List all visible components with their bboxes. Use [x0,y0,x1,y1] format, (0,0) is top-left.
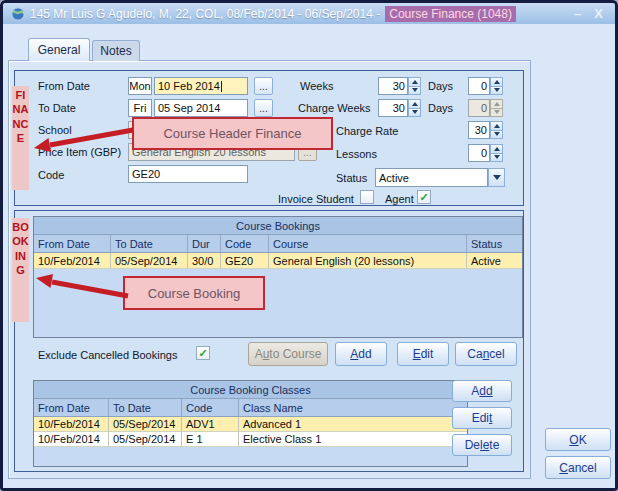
lessons-label: Lessons [336,148,377,160]
ok-button[interactable]: OK [545,428,611,451]
charge-days-label: Days [428,102,453,114]
cell-course: General English (20 lessons) [269,253,467,269]
window-title-chip: Course Finance (1048) [385,6,516,22]
course-bookings-table: Course Bookings From Date To Date Dur Co… [33,216,523,338]
window-title: 145 Mr Luis G Agudelo, M, 22, COL, 08/Fe… [30,7,380,21]
class-add-button[interactable]: Add [452,380,512,402]
from-date-label: From Date [38,80,90,92]
weeks-label: Weeks [300,80,333,92]
cell-status: Active [467,253,522,269]
cell-code: E 1 [182,432,239,447]
titlebar: 145 Mr Luis G Agudelo, M, 22, COL, 08/Fe… [3,3,615,24]
column-header-from-date: From Date [34,235,111,252]
cell-to-date: 05/Sep/2014 [109,417,182,432]
close-button[interactable]: X [590,6,607,21]
cell-dur: 30/0 [188,253,221,269]
column-header-code: Code [221,235,269,252]
agent-checkmark: ✓ [419,191,428,204]
course-bookings-header: From Date To Date Dur Code Course Status [34,235,522,253]
booking-edit-button[interactable]: Edit [397,342,449,366]
charge-rate-label: Charge Rate [336,125,398,137]
cancel-button[interactable]: Cancel [545,456,611,479]
course-bookings-caption: Course Bookings [34,217,522,235]
from-date-browse-button[interactable]: ... [254,77,273,95]
cell-class-name: Advanced 1 [239,417,467,432]
weeks-spinner[interactable] [408,77,421,95]
price-item-label: Price Item (GBP) [38,146,121,158]
column-header-code: Code [182,399,239,416]
exclude-cancelled-checkbox[interactable]: ✓ [196,346,210,360]
school-label: School [38,124,72,136]
cell-from-date: 10/Feb/2014 [34,432,109,447]
agent-label: Agent [385,193,414,205]
code-input[interactable]: GE20 [128,165,248,183]
class-edit-button[interactable]: Edit [452,407,512,429]
booking-add-button[interactable]: Add [335,342,387,366]
charge-weeks-label: Charge Weeks [298,102,371,114]
charge-days-spinner [490,99,503,117]
status-label: Status [336,172,367,184]
weeks-days-spinner[interactable] [490,77,503,95]
to-date-dow: Fri [128,99,152,117]
cell-to-date: 05/Sep/2014 [109,432,182,447]
charge-weeks-spinner[interactable] [408,99,421,117]
charge-days-input: 0 [468,99,490,117]
column-header-course: Course [269,235,467,252]
code-label: Code [38,169,64,181]
from-date-input[interactable]: 10 Feb 2014 [154,77,248,95]
cell-class-name: Elective Class 1 [239,432,467,447]
table-row[interactable]: 10/Feb/2014 05/Sep/2014 30/0 GE20 Genera… [34,253,522,269]
exclude-checkmark: ✓ [198,347,207,360]
minimize-button[interactable]: – [570,6,585,21]
course-finance-window: 145 Mr Luis G Agudelo, M, 22, COL, 08/Fe… [0,0,618,491]
agent-checkbox[interactable]: ✓ [417,190,431,204]
classes-caption: Course Booking Classes [34,381,467,399]
auto-course-button: Auto Course [248,342,328,366]
column-header-to-date: To Date [111,235,188,252]
classes-header: From Date To Date Code Class Name [34,399,467,417]
charge-weeks-input[interactable]: 30 [378,99,408,117]
status-dropdown-arrow[interactable] [488,168,505,187]
exclude-cancelled-label: Exclude Cancelled Bookings [38,349,177,361]
annotation-course-header-finance: Course Header Finance [132,117,333,150]
class-delete-button[interactable]: Delete [452,434,512,456]
status-select[interactable]: Active [375,168,488,187]
weeks-days-label: Days [428,80,453,92]
booking-side-label: BOOKING [12,218,29,322]
course-booking-classes-table: Course Booking Classes From Date To Date… [33,380,468,467]
cell-from-date: 10/Feb/2014 [34,253,111,269]
cell-code: ADV1 [182,417,239,432]
lessons-input[interactable]: 0 [468,144,490,162]
cell-code: GE20 [221,253,269,269]
cell-from-date: 10/Feb/2014 [34,417,109,432]
from-date-dow: Mon [128,77,152,95]
to-date-input[interactable]: 05 Sep 2014 [154,99,248,117]
cell-to-date: 05/Sep/2014 [111,253,188,269]
column-header-to-date: To Date [109,399,182,416]
globe-icon [11,7,25,21]
finance-side-label: FINANCE [12,86,29,190]
to-date-label: To Date [38,102,76,114]
lessons-spinner[interactable] [490,144,503,162]
invoice-student-label: Invoice Student [278,193,354,205]
table-row[interactable]: 10/Feb/2014 05/Sep/2014 E 1 Elective Cla… [34,432,467,447]
annotation-course-booking: Course Booking [123,276,265,310]
to-date-browse-button[interactable]: ... [254,99,273,117]
charge-rate-spinner[interactable] [490,121,503,139]
tab-general[interactable]: General [28,38,90,61]
charge-rate-input[interactable]: 30 [468,121,490,139]
column-header-from-date: From Date [34,399,109,416]
column-header-class-name: Class Name [239,399,467,416]
column-header-status: Status [467,235,522,252]
invoice-student-checkbox[interactable] [360,190,374,204]
weeks-input[interactable]: 30 [378,77,408,95]
weeks-days-input[interactable]: 0 [468,77,490,95]
booking-cancel-button[interactable]: Cancel [455,342,517,366]
table-row[interactable]: 10/Feb/2014 05/Sep/2014 ADV1 Advanced 1 [34,417,467,432]
column-header-dur: Dur [188,235,221,252]
tab-notes[interactable]: Notes [92,40,140,61]
